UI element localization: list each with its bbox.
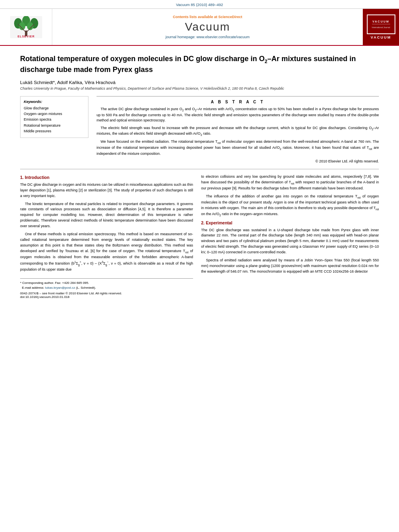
body-right-column: to electron collisions and very low quen… xyxy=(201,174,379,299)
abstract-body: The active DC glow discharge sustained i… xyxy=(97,107,379,157)
abstract-column: A B S T R A C T The active DC glow disch… xyxy=(97,96,379,163)
sciencedirect-name[interactable]: ScienceDirect xyxy=(218,15,243,19)
footnote-email: E-mail address: lukas-kryan@post.cz (L. … xyxy=(20,286,193,290)
doi-value[interactable]: doi:10.1016/j.vacuum.2010.01.018 xyxy=(20,295,70,299)
abstract-para-1: The active DC glow discharge sustained i… xyxy=(97,107,379,123)
front-matter-notice: 0042-207X/$ – see front matter © 2010 El… xyxy=(20,292,122,295)
journal-name-display: Vacuum xyxy=(185,21,230,33)
keywords-title: Keywords: xyxy=(24,100,85,104)
journal-homepage-link[interactable]: journal homepage: www.elsevier.com/locat… xyxy=(165,35,249,39)
intro-right-para-2: The influence of the addition of another… xyxy=(201,194,379,218)
main-content: Rotational temperature of oxygen molecul… xyxy=(0,46,399,307)
vacuum-text: VACUUM xyxy=(367,35,395,39)
footnote-corresponding: * Corresponding author. Fax: +420 284 68… xyxy=(20,281,193,286)
keyword-2: Oxygen–argon mixtures xyxy=(24,111,85,117)
intro-para-3: One of these methods is optical emission… xyxy=(20,232,193,273)
sciencedirect-prefix: Contents lists available at xyxy=(173,15,218,19)
svg-text:ELSEVIER: ELSEVIER xyxy=(17,35,35,38)
elsevier-logo: ELSEVIER xyxy=(10,16,42,38)
copyright-notice: © 2010 Elsevier Ltd. All rights reserved… xyxy=(97,159,379,163)
keywords-column: Keywords: Glow discharge Oxygen–argon mi… xyxy=(20,96,88,163)
author-names: Lukáš Schmiedt*, Adolf Kaňka, Věra Hrach… xyxy=(20,80,115,85)
elsevier-logo-area: ELSEVIER xyxy=(0,9,52,45)
abstract-content: A B S T R A C T The active DC glow disch… xyxy=(97,96,379,163)
corresponding-author-note: * Corresponding author. Fax: +420 284 68… xyxy=(20,281,89,285)
authors-line: Lukáš Schmiedt*, Adolf Kaňka, Věra Hrach… xyxy=(20,80,379,85)
intro-body: The DC glow discharge in oxygen and its … xyxy=(20,182,193,273)
intro-para-2: The kinetic temperature of the neutral p… xyxy=(20,201,193,230)
abstract-section-container: Keywords: Glow discharge Oxygen–argon mi… xyxy=(20,96,379,163)
keyword-3: Emission spectra xyxy=(24,117,85,122)
email-address[interactable]: lukas-kryan@post.cz xyxy=(45,286,75,290)
email-suffix: (L. Schmiedt). xyxy=(76,286,96,290)
affiliation-line: Charles University in Prague, Faculty of… xyxy=(20,86,379,90)
experimental-body: The DC glow discharge was sustained in a… xyxy=(201,228,379,275)
intro-right-body: to electron collisions and very low quen… xyxy=(201,174,379,218)
section-divider xyxy=(20,169,379,169)
experimental-para-1: The DC glow discharge was sustained in a… xyxy=(201,228,379,256)
intro-heading: 1. Introduction xyxy=(20,175,193,180)
svg-text:VACUUM: VACUUM xyxy=(372,20,389,23)
email-label: E-mail address: xyxy=(22,286,44,290)
abstract-para-2: The electric field strength was found to… xyxy=(97,125,379,138)
article-title: Rotational temperature of oxygen molecul… xyxy=(20,54,379,75)
experimental-para-2: Spectra of emitted radiation were analys… xyxy=(201,258,379,275)
top-bar: Vacuum 85 (2010) 489–492 xyxy=(0,0,399,9)
journal-header-center: Contents lists available at ScienceDirec… xyxy=(52,9,363,45)
vacuum-logo-icon: VACUUM International Journal xyxy=(370,17,392,31)
doi-line: 0042-207X/$ – see front matter © 2010 El… xyxy=(20,292,193,299)
abstract-heading: A B S T R A C T xyxy=(97,100,379,104)
keywords-box: Keywords: Glow discharge Oxygen–argon mi… xyxy=(20,96,88,138)
footnote-area: * Corresponding author. Fax: +420 284 68… xyxy=(20,278,193,299)
experimental-heading: 2. Experimental xyxy=(201,220,379,225)
keyword-4: Rotational temperature xyxy=(24,123,85,128)
abstract-para-3: We have focused on the emitted radiation… xyxy=(97,139,379,156)
intro-para-1: The DC glow discharge in oxygen and its … xyxy=(20,182,193,199)
journal-header: ELSEVIER Contents lists available at Sci… xyxy=(0,9,399,46)
journal-citation: Vacuum 85 (2010) 489–492 xyxy=(176,2,223,7)
sciencedirect-notice: Contents lists available at ScienceDirec… xyxy=(173,15,243,19)
keyword-1: Glow discharge xyxy=(24,105,85,111)
elsevier-tree-icon: ELSEVIER xyxy=(10,16,42,38)
intro-right-para-1: to electron collisions and very low quen… xyxy=(201,174,379,191)
vacuum-logo-box: VACUUM International Journal VACUUM xyxy=(363,9,399,45)
page-wrapper: Vacuum 85 (2010) 489–492 ELSEVIER xyxy=(0,0,399,307)
body-columns: 1. Introduction The DC glow discharge in… xyxy=(20,174,379,299)
keyword-5: Middle pressures xyxy=(24,128,85,134)
keywords-list: Glow discharge Oxygen–argon mixtures Emi… xyxy=(24,105,85,134)
svg-text:International Journal: International Journal xyxy=(372,26,390,29)
svg-rect-10 xyxy=(370,17,392,31)
body-left-column: 1. Introduction The DC glow discharge in… xyxy=(20,174,193,299)
